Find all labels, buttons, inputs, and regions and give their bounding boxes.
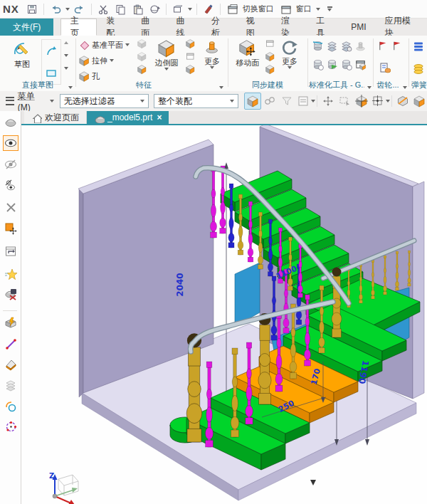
- select-options-caret[interactable]: [311, 100, 315, 103]
- arc-circle-icon[interactable]: [3, 399, 19, 414]
- show-icon[interactable]: [3, 135, 19, 151]
- redo-button[interactable]: [73, 2, 87, 16]
- layer-settings-icon[interactable]: [3, 243, 19, 259]
- tab-surface[interactable]: 曲面: [132, 19, 167, 36]
- tab-view[interactable]: 视图: [237, 19, 272, 36]
- sketch-gallery-arrows[interactable]: [64, 41, 68, 70]
- switch-window-button[interactable]: 切换窗口: [243, 4, 274, 14]
- gear-icons-row1[interactable]: [377, 40, 403, 51]
- snap-point-toggle[interactable]: [244, 93, 260, 110]
- triad-z-label: Z: [49, 472, 54, 480]
- selection-scope-combo[interactable]: 整个装配: [154, 94, 238, 108]
- tab-render[interactable]: 渲染: [272, 19, 307, 36]
- graphics-viewport[interactable]: 2040 1100 170 250 1190: [21, 125, 427, 504]
- line-tool-icon[interactable]: [3, 336, 19, 352]
- tab-home[interactable]: 主页: [60, 19, 97, 36]
- spring-coil-icon[interactable]: [412, 63, 424, 75]
- disabled-stack-icon[interactable]: [3, 377, 19, 393]
- spring-stack-icon[interactable]: [412, 40, 424, 52]
- copy-button[interactable]: [113, 2, 127, 16]
- select-options-icon[interactable]: [296, 93, 311, 109]
- group-caret[interactable]: [367, 86, 371, 89]
- hide-face-icon[interactable]: [395, 93, 410, 109]
- sketch-curve-buttons: [41, 39, 61, 85]
- save-button[interactable]: [25, 2, 39, 16]
- tab-welcome-page[interactable]: 欢迎页面: [24, 111, 87, 124]
- show-hide-icon[interactable]: [3, 178, 19, 194]
- gear-icons-row2[interactable]: [379, 61, 391, 73]
- selection-filter-combo[interactable]: 无选择过滤器: [60, 94, 149, 108]
- sketch-button[interactable]: 草图: [6, 38, 38, 69]
- menu-burger-icon[interactable]: [6, 97, 14, 105]
- point-dialog-icon[interactable]: [371, 93, 386, 109]
- sync-more-button[interactable]: 更多: [276, 38, 303, 69]
- dimension-2040[interactable]: 2040: [175, 273, 185, 296]
- move-face-button[interactable]: 移动面: [232, 38, 263, 68]
- command-finder-button[interactable]: [171, 2, 185, 16]
- blend-mini-gallery[interactable]: [185, 38, 195, 74]
- cut-icon[interactable]: [96, 2, 110, 16]
- view-orient-icon[interactable]: [147, 2, 162, 16]
- model-viewport-scene[interactable]: 2040 1100 170 250 1190: [21, 125, 427, 504]
- rectangle-tool-icon[interactable]: [45, 67, 58, 80]
- tab-curve[interactable]: 曲线: [167, 19, 201, 36]
- quick-pick-star-icon[interactable]: [3, 266, 19, 282]
- close-x-icon[interactable]: [3, 199, 19, 215]
- tab-model5-prt[interactable]: _model5.prt ×: [87, 111, 169, 124]
- tab-application[interactable]: 应用模块: [376, 19, 427, 36]
- undo-button[interactable]: [48, 2, 63, 16]
- tab-pmi[interactable]: PMI: [342, 19, 375, 36]
- filter-funnel-icon[interactable]: [279, 93, 294, 109]
- window-menu-button[interactable]: 窗口: [296, 4, 312, 14]
- point-dialog-caret[interactable]: [386, 100, 390, 103]
- wcs-cube-icon[interactable]: [354, 93, 369, 109]
- performance-icon[interactable]: [3, 315, 19, 330]
- hide-icon[interactable]: [3, 157, 19, 172]
- circle-points-icon[interactable]: [3, 419, 19, 434]
- edge-blend-button[interactable]: 边倒圆: [151, 38, 182, 70]
- group-label-spring: 弹簧...: [411, 80, 427, 90]
- window-icon[interactable]: [278, 2, 292, 16]
- arc-tool-icon[interactable]: [45, 45, 58, 58]
- feature-mini-gallery[interactable]: [137, 38, 147, 74]
- ribbon-options-button[interactable]: [327, 6, 332, 11]
- paste-button[interactable]: [130, 2, 144, 16]
- std-tool-icon: [312, 58, 324, 70]
- edge-blend-icon: [157, 38, 176, 58]
- feature-more-icon: [204, 38, 221, 57]
- sync-mini-gallery[interactable]: [265, 38, 275, 74]
- group-dialog-caret[interactable]: [219, 86, 223, 89]
- separator: [91, 4, 92, 15]
- std-tools-icons[interactable]: [310, 40, 367, 77]
- menu-button[interactable]: 菜单(M): [18, 90, 47, 112]
- orientation-triad[interactable]: Z: [49, 472, 78, 504]
- datum-csys-icon[interactable]: [3, 356, 19, 372]
- tab-assembly[interactable]: 装配: [97, 19, 132, 36]
- switch-window-icon[interactable]: [225, 2, 239, 16]
- move-object-icon[interactable]: [3, 221, 19, 236]
- gear-tool-icon: [377, 40, 389, 51]
- nx-logo: NX: [3, 3, 19, 15]
- menu-caret[interactable]: [50, 100, 54, 103]
- close-tab-button[interactable]: ×: [157, 112, 162, 122]
- group-dialog-caret[interactable]: [68, 86, 73, 89]
- command-finder-caret[interactable]: [188, 8, 192, 11]
- suppress-pmi-icon[interactable]: [3, 286, 19, 302]
- std-tool-icon: [326, 58, 338, 70]
- undo-dropdown-caret[interactable]: [65, 8, 70, 11]
- group-caret[interactable]: [403, 86, 407, 89]
- extrude-button[interactable]: 拉伸: [78, 54, 114, 67]
- show-face-icon[interactable]: [412, 93, 427, 109]
- datum-plane-button[interactable]: 基准平面: [78, 38, 130, 51]
- tab-file[interactable]: 文件(F): [0, 19, 53, 36]
- window-menu-caret[interactable]: [316, 8, 320, 11]
- move-handle-icon[interactable]: [320, 93, 335, 109]
- box-select-icon[interactable]: [337, 93, 352, 109]
- tab-analysis[interactable]: 分析: [202, 19, 237, 36]
- feature-more-button[interactable]: 更多: [199, 38, 225, 69]
- std-tool-icon: [354, 58, 367, 70]
- tab-tools[interactable]: 工具: [307, 19, 342, 36]
- touch-brush-icon[interactable]: [201, 2, 216, 16]
- pair-select-icon[interactable]: [263, 93, 278, 109]
- part-navigator-icon[interactable]: [3, 114, 19, 130]
